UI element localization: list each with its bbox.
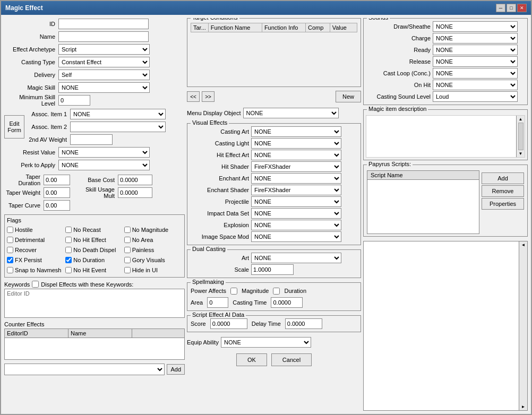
new-button[interactable]: New: [336, 91, 361, 102]
flag-no-duration-checkbox[interactable]: [65, 257, 72, 263]
taper-curve-row: Taper Curve: [4, 200, 70, 211]
bottom-select[interactable]: [4, 364, 165, 375]
enchant-art-select[interactable]: NONE: [251, 173, 341, 184]
right-scrollbar[interactable]: ◄ ►: [519, 241, 527, 410]
papyrus-properties-button[interactable]: Properties: [482, 198, 524, 210]
keywords-dispel-checkbox[interactable]: [32, 281, 39, 288]
delivery-select[interactable]: Self: [58, 70, 150, 80]
flag-fx-persist-checkbox[interactable]: [7, 257, 13, 263]
base-cost-input[interactable]: [118, 175, 152, 185]
flag-no-hit-effect-checkbox[interactable]: [65, 237, 72, 243]
release-select[interactable]: NONE: [433, 56, 518, 67]
dual-art-select[interactable]: NONE: [251, 253, 341, 263]
flag-painless-checkbox[interactable]: [124, 247, 131, 253]
effect-archetype-select[interactable]: Script: [58, 44, 150, 55]
magnitude-checkbox[interactable]: [230, 288, 237, 295]
taper-curve-input[interactable]: [44, 200, 70, 211]
ok-button[interactable]: OK: [236, 353, 267, 366]
delivery-row: Delivery Self: [4, 69, 185, 81]
score-input[interactable]: [210, 318, 247, 329]
name-input[interactable]: [58, 31, 149, 42]
add-button[interactable]: Add: [167, 364, 185, 375]
ready-select[interactable]: NONE: [433, 45, 518, 55]
flag-no-area-checkbox[interactable]: [124, 237, 131, 243]
edit-form-assoc-section: EditForm Assoc. Item 1 NONE Assoc. Item …: [4, 108, 185, 145]
min-skill-input[interactable]: [58, 95, 90, 106]
charge-select[interactable]: NONE: [433, 33, 518, 44]
flag-snap-to-navmesh-checkbox[interactable]: [7, 267, 13, 273]
dual-scale-input[interactable]: [251, 264, 294, 275]
perk-select[interactable]: NONE: [58, 160, 150, 170]
av-weight-input[interactable]: [70, 134, 113, 145]
casting-art-select[interactable]: NONE: [251, 126, 341, 137]
right-bottom-scroll[interactable]: ◄ ►: [363, 241, 528, 411]
desc-scroll-up[interactable]: ▲: [519, 117, 523, 122]
papyrus-table[interactable]: Script Name: [367, 170, 479, 234]
flag-no-death-dispel-checkbox[interactable]: [65, 247, 72, 253]
on-hit-select[interactable]: NONE: [433, 80, 518, 90]
taper-duration-input[interactable]: [44, 175, 70, 185]
draw-sheathe-select[interactable]: NONE: [433, 21, 518, 32]
desc-scrollbar-thumb[interactable]: [518, 123, 524, 150]
id-input[interactable]: [58, 19, 149, 29]
menu-display-select[interactable]: NONE: [243, 108, 339, 118]
casting-sound-level-select[interactable]: Loud: [433, 91, 518, 102]
edit-form-button[interactable]: EditForm: [4, 115, 24, 139]
flag-hostile-checkbox[interactable]: [7, 227, 13, 233]
right-scroll-left[interactable]: ◄: [521, 243, 526, 247]
duration-checkbox[interactable]: [273, 288, 280, 295]
close-button[interactable]: ✕: [517, 4, 527, 12]
resist-select[interactable]: NONE: [58, 147, 150, 158]
papyrus-add-button[interactable]: Add: [482, 172, 524, 184]
hit-shader-select[interactable]: FireFXShader: [251, 161, 341, 172]
flag-no-magnitude-checkbox[interactable]: [124, 227, 131, 233]
casting-type-select[interactable]: Constant Effect: [58, 57, 150, 67]
area-input[interactable]: [207, 297, 228, 308]
right-scroll-right[interactable]: ►: [521, 404, 526, 409]
nav-forward-button[interactable]: >>: [202, 91, 214, 102]
hit-effect-art-select[interactable]: NONE: [251, 150, 341, 160]
explosion-select[interactable]: NONE: [251, 220, 341, 230]
tc-body[interactable]: [191, 32, 357, 64]
nav-back-button[interactable]: <<: [187, 91, 200, 102]
counter-effects-body[interactable]: [5, 338, 184, 359]
flag-no-hit-event-label: No Hit Event: [73, 267, 106, 273]
maximize-button[interactable]: □: [507, 4, 516, 12]
casting-type-row: Casting Type Constant Effect: [4, 56, 185, 68]
keywords-list[interactable]: Editor ID: [4, 289, 185, 318]
keywords-dispel-label: Dispel Effects with these Keywords:: [41, 281, 133, 288]
taper-left-col: Taper Duration Taper Weight Taper Curve: [4, 174, 70, 211]
papyrus-remove-button[interactable]: Remove: [482, 185, 524, 197]
flag-recover-checkbox[interactable]: [7, 247, 13, 253]
flag-no-recast-checkbox[interactable]: [65, 227, 72, 233]
casting-light-select[interactable]: NONE: [251, 138, 341, 149]
delay-time-input[interactable]: [285, 318, 322, 329]
casting-time-input[interactable]: [271, 297, 303, 308]
desc-scroll-down[interactable]: ▼: [519, 151, 523, 156]
minimize-button[interactable]: ─: [496, 4, 505, 12]
flag-hide-in-ui-checkbox[interactable]: [124, 267, 131, 273]
papyrus-table-wrapper: Script Name: [367, 170, 479, 234]
flag-no-duration-label: No Duration: [73, 257, 105, 263]
flag-no-hit-event-checkbox[interactable]: [65, 267, 72, 273]
impact-data-set-select[interactable]: NONE: [251, 208, 341, 219]
flag-hostile-label: Hostile: [15, 227, 33, 233]
magic-desc-text[interactable]: ▲ ▼: [366, 115, 525, 158]
projectile-select[interactable]: NONE: [251, 196, 341, 207]
taper-weight-input[interactable]: [44, 187, 70, 198]
papyrus-content: Script Name Add Remove Properties: [367, 170, 524, 234]
cancel-button[interactable]: Cancel: [271, 353, 312, 366]
impact-data-set-label: Impact Data Set: [191, 210, 249, 217]
enchant-shader-select[interactable]: FireFXShader: [251, 185, 341, 195]
image-space-mod-select[interactable]: NONE: [251, 231, 341, 242]
right-scroll-content[interactable]: [364, 241, 519, 410]
skill-usage-input[interactable]: [118, 187, 152, 198]
equip-select[interactable]: NONE: [221, 337, 311, 348]
cast-loop-select[interactable]: NONE: [433, 68, 518, 79]
assoc2-select[interactable]: [70, 122, 166, 132]
flag-gory-visuals-checkbox[interactable]: [124, 257, 131, 263]
resist-row: Resist Value NONE: [4, 146, 185, 158]
flag-detrimental-checkbox[interactable]: [7, 237, 13, 243]
magic-skill-select[interactable]: NONE: [58, 82, 150, 93]
assoc1-select[interactable]: NONE: [70, 109, 166, 119]
